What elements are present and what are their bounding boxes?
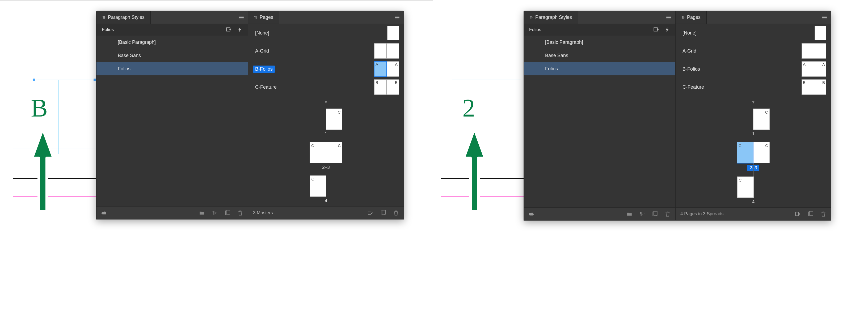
paragraph-styles-panel: ⇅ Paragraph Styles Folios [Basic Paragra… [96, 11, 248, 219]
new-page-icon[interactable] [380, 210, 386, 216]
spread[interactable]: C4 [310, 175, 342, 204]
master-row[interactable]: C-FeatureBB [676, 78, 831, 96]
master-row[interactable]: A-Grid [248, 42, 404, 60]
insert-marker-icon: ▼ [752, 100, 755, 104]
trash-icon[interactable] [820, 211, 826, 217]
master-row[interactable]: B-FoliosAA [248, 60, 404, 78]
page-thumb[interactable]: C [326, 142, 342, 163]
pages-status-text: 3 Masters [253, 210, 273, 215]
master-list: [None]A-GridB-FoliosAAC-FeatureBB [248, 24, 404, 96]
master-name: B-Folios [253, 66, 275, 73]
master-thumb[interactable]: AA [374, 61, 399, 77]
master-name: [None] [680, 30, 699, 37]
master-name: C-Feature [253, 83, 279, 91]
new-style-icon[interactable] [653, 27, 659, 33]
master-thumb[interactable]: AA [802, 61, 826, 77]
selection-handle[interactable] [93, 78, 96, 81]
svg-rect-27 [809, 211, 813, 215]
master-row[interactable]: A-Grid [676, 42, 831, 60]
master-name: C-Feature [680, 83, 706, 91]
spread-label: 1 [752, 131, 754, 137]
style-group-icon[interactable] [199, 210, 205, 216]
cc-libraries-icon[interactable] [101, 210, 107, 216]
trash-icon[interactable] [393, 210, 399, 216]
tab-pages[interactable]: ⇅ Pages [248, 11, 279, 24]
quick-apply-icon[interactable] [237, 27, 243, 33]
current-style-row: Folios [524, 24, 675, 36]
master-row[interactable]: [None] [248, 24, 404, 42]
tab-pages[interactable]: ⇅ Pages [676, 11, 707, 24]
svg-rect-25 [796, 212, 798, 215]
style-row[interactable]: Base Sans [524, 49, 675, 62]
current-style-name: Folios [102, 27, 114, 32]
tab-paragraph-styles[interactable]: ⇅ Paragraph Styles [96, 11, 151, 24]
panel-title: Paragraph Styles [108, 14, 145, 20]
style-row[interactable]: Folios [96, 62, 248, 75]
panel-menu-icon[interactable] [394, 14, 400, 21]
master-thumb[interactable]: BB [374, 79, 399, 95]
master-thumb[interactable] [374, 43, 399, 59]
panel-menu-icon[interactable] [822, 14, 827, 21]
guide-cyan-h [452, 80, 521, 80]
page-thumb[interactable]: C [310, 142, 326, 163]
page-thumb[interactable]: C [737, 142, 753, 163]
style-row[interactable]: [Basic Paragraph] [96, 36, 248, 49]
master-name: A-Grid [253, 47, 271, 55]
style-list: [Basic Paragraph]Base SansFolios [524, 36, 675, 75]
svg-rect-21 [654, 211, 657, 215]
master-row[interactable]: [None] [676, 24, 831, 42]
style-group-icon[interactable] [626, 211, 632, 217]
paragraph-styles-panel: ⇅ Paragraph Styles Folios [Basic Paragra… [524, 11, 676, 220]
master-name: A-Grid [680, 47, 699, 55]
new-style-footer-icon[interactable] [224, 210, 230, 216]
panel-tabbar: ⇅ Paragraph Styles [96, 11, 248, 24]
style-row[interactable]: Base Sans [96, 49, 248, 62]
panel-menu-icon[interactable] [666, 14, 672, 21]
page-thumb[interactable]: C [310, 175, 327, 197]
master-thumb[interactable] [387, 26, 399, 40]
pages-panel-footer: 4 Pages in 3 Spreads [676, 207, 831, 220]
page-thumb[interactable]: C [753, 142, 770, 163]
panel-tabbar: ⇅ Pages [676, 11, 831, 24]
style-row[interactable]: Folios [524, 62, 675, 75]
tab-paragraph-styles[interactable]: ⇅ Paragraph Styles [524, 11, 578, 24]
trash-icon[interactable] [237, 210, 243, 216]
page-thumb[interactable]: C [753, 109, 770, 130]
page-thumb[interactable]: C [326, 109, 342, 130]
svg-rect-11 [368, 211, 371, 214]
selection-handle[interactable] [33, 78, 36, 81]
pages-panel-footer: 3 Masters [248, 206, 404, 219]
edit-page-size-icon[interactable] [795, 211, 801, 217]
panel-menu-icon[interactable] [238, 14, 244, 21]
panel-title: Pages [687, 14, 701, 20]
doc-edge [0, 0, 433, 1]
clear-overrides-icon[interactable]: ¶↩ [212, 210, 218, 216]
page-thumb[interactable]: C [737, 176, 754, 198]
spread[interactable]: C1 [310, 109, 342, 137]
insert-marker-icon: ▼ [324, 100, 328, 104]
master-row[interactable]: B-FoliosAA [676, 60, 831, 78]
new-page-icon[interactable] [808, 211, 813, 217]
arrow-up-icon [462, 126, 486, 214]
pages-panel: ⇅ Pages [None]A-GridB-FoliosAAC-FeatureB… [676, 11, 831, 220]
style-row[interactable]: [Basic Paragraph] [524, 36, 675, 49]
spread[interactable]: C1 [737, 109, 770, 137]
paragraph-panel-footer: ¶↩ [96, 206, 248, 219]
quick-apply-icon[interactable] [664, 27, 670, 33]
spread[interactable]: C4 [737, 176, 770, 205]
svg-rect-13 [382, 210, 385, 214]
callout-marker-right: 2 [462, 96, 486, 214]
edit-page-size-icon[interactable] [368, 210, 373, 216]
new-style-icon[interactable] [226, 27, 231, 33]
cc-libraries-icon[interactable] [529, 211, 534, 217]
new-style-footer-icon[interactable] [652, 211, 658, 217]
master-thumb[interactable] [814, 26, 826, 40]
clear-overrides-icon[interactable]: ¶↩ [639, 211, 645, 217]
trash-icon[interactable] [665, 211, 671, 217]
pages-panel: ⇅ Pages [None]A-GridB-FoliosAAC-FeatureB… [248, 11, 404, 219]
master-thumb[interactable] [802, 43, 826, 59]
panel-cluster-left: × ‹‹ ‹‹ ⇅ Paragraph Styles Folios [96, 11, 404, 219]
master-row[interactable]: C-FeatureBB [248, 78, 404, 96]
master-thumb[interactable]: BB [802, 79, 826, 95]
master-name: [None] [253, 30, 271, 37]
